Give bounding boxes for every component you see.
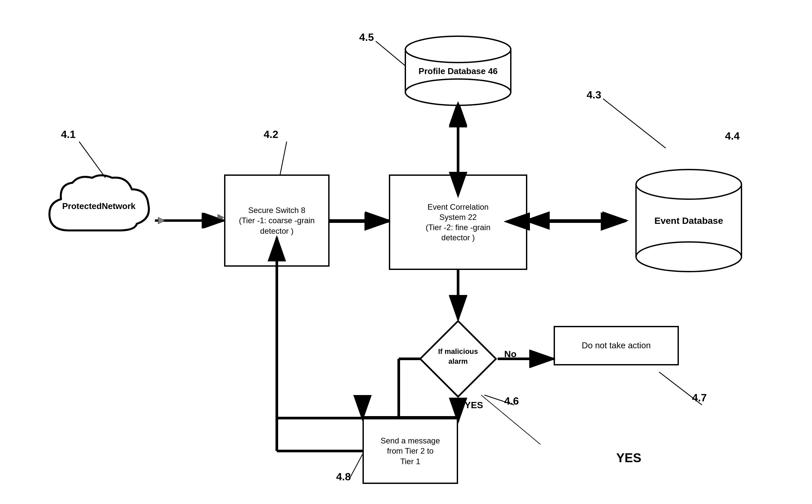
secure-switch-box: Secure Switch 8 (Tier -1: coarse -grain … [224, 174, 330, 267]
ref-label-48: 4.8 [336, 471, 351, 483]
send-message-box: Send a message from Tier 2 to Tier 1 [363, 418, 458, 484]
diagram-container: 4.1 4.2 4.3 4.4 4.5 4.6 4.7 4.8 Protecte… [0, 0, 812, 504]
svg-line-23 [603, 99, 666, 148]
svg-text:If malicious: If malicious [438, 347, 478, 356]
no-action-label: Do not take action [582, 340, 651, 351]
svg-marker-28 [218, 214, 224, 224]
diamond-node: If malicious alarm [419, 319, 498, 398]
ref-label-47: 4.7 [692, 392, 707, 404]
diamond-svg: If malicious alarm [419, 319, 498, 398]
ref-label-45: 4.5 [359, 31, 374, 43]
profile-db-node: Profile Database 46 [395, 31, 521, 103]
ref-label-41: 4.1 [61, 128, 75, 141]
svg-text:alarm: alarm [448, 357, 468, 365]
event-correlation-box: Event Correlation System 22 (Tier -2: fi… [389, 174, 527, 270]
yes-label-2: YES [616, 451, 641, 465]
svg-text:ProtectedNetwork: ProtectedNetwork [62, 201, 136, 211]
ref-label-42: 4.2 [264, 128, 278, 141]
event-db-node: Event Database [626, 165, 751, 278]
profile-db-label: Profile Database 46 [419, 66, 498, 76]
ref-label-46: 4.6 [504, 395, 519, 407]
svg-point-31 [405, 79, 511, 105]
cloud-node: ProtectedNetwork [43, 171, 155, 244]
profile-db-svg: Profile Database 46 [395, 31, 521, 102]
yes-label-1: YES [465, 400, 483, 411]
event-correlation-label: Event Correlation System 22 (Tier -2: fi… [426, 202, 491, 243]
no-action-box: Do not take action [554, 326, 679, 365]
svg-point-33 [636, 170, 742, 199]
svg-point-34 [636, 242, 742, 272]
svg-point-30 [405, 36, 511, 63]
ref-label-44: 4.4 [725, 130, 740, 142]
svg-line-27 [349, 454, 363, 479]
event-db-svg: Event Database [626, 165, 751, 277]
svg-line-22 [280, 142, 287, 174]
no-label: No [504, 349, 516, 359]
cloud-svg: ProtectedNetwork [43, 171, 155, 244]
svg-marker-41 [158, 217, 165, 224]
event-db-label: Event Database [655, 216, 723, 226]
secure-switch-label: Secure Switch 8 (Tier -1: coarse -grain … [239, 205, 315, 236]
send-message-label: Send a message from Tier 2 to Tier 1 [381, 436, 440, 466]
ref-label-43: 4.3 [586, 89, 601, 101]
